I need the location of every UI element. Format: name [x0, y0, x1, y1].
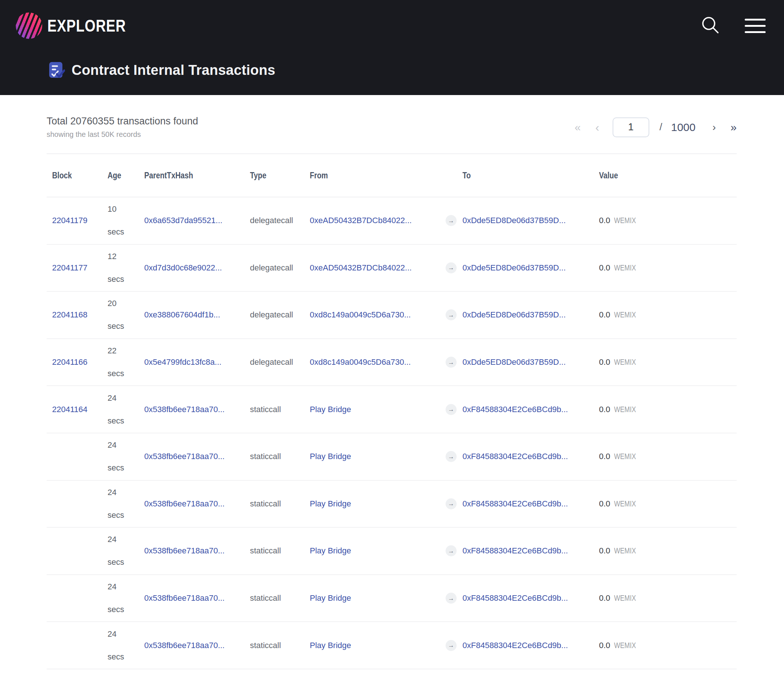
page-separator: /	[660, 121, 663, 133]
value-cell: 0.0WEMIX	[599, 641, 737, 650]
age-cell: 24secs	[107, 394, 144, 426]
prev-page-button[interactable]: ‹	[595, 121, 599, 133]
block-link[interactable]: 22041164	[52, 405, 87, 414]
age-value: 22	[107, 346, 144, 356]
age-value: 24	[107, 582, 144, 592]
parent-tx-hash-link[interactable]: 0xe388067604df1b...	[144, 310, 220, 319]
from-link[interactable]: 0xeAD50432B7DCb84022...	[310, 263, 412, 272]
to-link[interactable]: 0xDde5ED8De06d37B59D...	[463, 310, 565, 319]
arrow-right-icon: →	[446, 357, 457, 368]
page-number-input[interactable]	[612, 117, 649, 137]
pagination: « ‹ / 1000 › »	[575, 117, 737, 137]
brand-row: EXPLORER	[16, 0, 766, 39]
to-link[interactable]: 0xF84588304E2Ce6BCd9b...	[463, 641, 568, 650]
block-link[interactable]: 22041168	[52, 310, 87, 319]
explorer-logo-icon[interactable]	[16, 13, 42, 39]
type-cell: delegatecall	[250, 263, 310, 273]
menu-icon	[745, 19, 766, 33]
age-unit: secs	[107, 227, 144, 237]
from-link[interactable]: Play Bridge	[310, 499, 351, 508]
to-link[interactable]: 0xF84588304E2Ce6BCd9b...	[463, 452, 568, 461]
age-value: 24	[107, 535, 144, 544]
parent-tx-hash-link[interactable]: 0x538fb6ee718aa70...	[144, 546, 225, 555]
age-unit: secs	[107, 557, 144, 567]
page-title: Contract Internal Transactions	[72, 62, 275, 78]
parent-tx-hash-link[interactable]: 0x538fb6ee718aa70...	[144, 452, 225, 461]
brand-name[interactable]: EXPLORER	[47, 16, 126, 36]
table-row: 2204116820secs0xe388067604df1b...delegat…	[47, 292, 737, 339]
age-value: 12	[107, 252, 144, 261]
column-header-value: Value	[599, 171, 737, 181]
value-cell: 0.0WEMIX	[599, 263, 737, 273]
type-cell: delegatecall	[250, 216, 310, 225]
menu-button[interactable]	[745, 19, 766, 33]
type-cell: delegatecall	[250, 310, 310, 320]
parent-tx-hash-link[interactable]: 0x538fb6ee718aa70...	[144, 499, 225, 508]
table-row: 24secs0x538fb6ee718aa70...staticcallPlay…	[47, 575, 737, 622]
to-link[interactable]: 0xF84588304E2Ce6BCd9b...	[463, 593, 568, 603]
arrow-right-icon: →	[446, 404, 457, 415]
column-header-block: Block	[52, 171, 107, 181]
next-page-button[interactable]: ›	[712, 122, 716, 132]
arrow-right-icon: →	[446, 451, 457, 462]
type-cell: staticcall	[250, 452, 310, 461]
from-link[interactable]: 0xd8c149a0049c5D6a730...	[310, 357, 411, 367]
from-link[interactable]: Play Bridge	[310, 641, 351, 650]
age-value: 24	[107, 394, 144, 403]
age-value: 24	[107, 630, 144, 639]
parent-tx-hash-link[interactable]: 0x5e4799fdc13fc8a...	[144, 357, 221, 367]
last-page-button[interactable]: »	[730, 122, 737, 133]
column-header-to: To	[463, 171, 599, 181]
from-link[interactable]: Play Bridge	[310, 593, 351, 603]
internal-transactions-table: Block Age ParentTxHash Type From To Valu…	[47, 153, 737, 669]
age-value: 24	[107, 440, 144, 450]
age-value: 20	[107, 299, 144, 308]
parent-tx-hash-link[interactable]: 0x538fb6ee718aa70...	[144, 593, 225, 603]
summary-block: Total 20760355 transactions found showin…	[47, 116, 198, 139]
column-header-type: Type	[250, 171, 310, 181]
value-unit: WEMIX	[614, 216, 636, 225]
block-link[interactable]: 22041177	[52, 263, 87, 272]
search-button[interactable]	[701, 16, 721, 36]
value-amount: 0.0	[599, 357, 611, 367]
from-link[interactable]: 0xd8c149a0049c5D6a730...	[310, 310, 411, 319]
age-unit: secs	[107, 416, 144, 426]
total-pages-label: 1000	[671, 121, 696, 134]
from-link[interactable]: Play Bridge	[310, 546, 351, 555]
records-note: showing the last 50K records	[47, 130, 198, 139]
parent-tx-hash-link[interactable]: 0x538fb6ee718aa70...	[144, 641, 225, 650]
from-link[interactable]: Play Bridge	[310, 452, 351, 461]
value-unit: WEMIX	[614, 310, 636, 320]
type-cell: staticcall	[250, 499, 310, 508]
to-link[interactable]: 0xDde5ED8De06d37B59D...	[463, 357, 565, 367]
block-link[interactable]: 22041179	[52, 216, 87, 225]
to-link[interactable]: 0xDde5ED8De06d37B59D...	[463, 263, 565, 272]
table-row: 24secs0x538fb6ee718aa70...staticcallPlay…	[47, 481, 737, 528]
from-link[interactable]: 0xeAD50432B7DCb84022...	[310, 216, 412, 225]
to-link[interactable]: 0xF84588304E2Ce6BCd9b...	[463, 546, 568, 555]
top-header: EXPLORER Contract Internal Transactions	[0, 0, 784, 95]
block-link[interactable]: 22041166	[52, 357, 87, 367]
to-link[interactable]: 0xDde5ED8De06d37B59D...	[463, 216, 565, 225]
first-page-button[interactable]: «	[575, 122, 581, 133]
parent-tx-hash-link[interactable]: 0xd7d3d0c68e9022...	[144, 263, 222, 272]
value-unit: WEMIX	[614, 546, 636, 556]
value-cell: 0.0WEMIX	[599, 310, 737, 320]
table-row: 2204116622secs0x5e4799fdc13fc8a...delega…	[47, 339, 737, 386]
total-count-text: Total 20760355 transactions found	[47, 116, 198, 127]
age-unit: secs	[107, 605, 144, 614]
parent-tx-hash-link[interactable]: 0x538fb6ee718aa70...	[144, 405, 225, 414]
type-cell: staticcall	[250, 593, 310, 603]
value-amount: 0.0	[599, 499, 611, 508]
from-link[interactable]: Play Bridge	[310, 405, 351, 414]
value-unit: WEMIX	[614, 593, 636, 603]
value-unit: WEMIX	[614, 357, 636, 367]
arrow-right-icon: →	[446, 309, 457, 320]
to-link[interactable]: 0xF84588304E2Ce6BCd9b...	[463, 499, 568, 508]
parent-tx-hash-link[interactable]: 0x6a653d7da95521...	[144, 216, 222, 225]
to-link[interactable]: 0xF84588304E2Ce6BCd9b...	[463, 405, 568, 414]
value-amount: 0.0	[599, 452, 611, 461]
age-cell: 20secs	[107, 299, 144, 331]
age-cell: 12secs	[107, 252, 144, 284]
age-unit: secs	[107, 652, 144, 662]
